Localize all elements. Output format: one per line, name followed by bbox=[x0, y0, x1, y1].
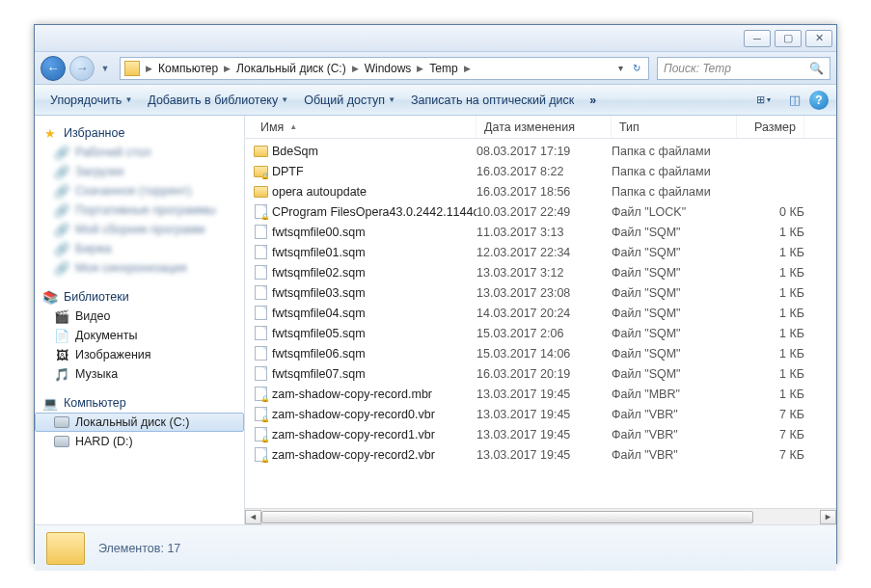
drive-icon bbox=[54, 414, 69, 430]
file-name: fwtsqmfile00.sqm bbox=[272, 226, 366, 239]
favorites-header[interactable]: ★Избранное bbox=[35, 123, 244, 143]
column-headers: Имя Дата изменения Тип Размер bbox=[245, 116, 836, 139]
file-name: zam-shadow-copy-record.mbr bbox=[272, 388, 432, 401]
horizontal-scrollbar[interactable]: ◄ ► bbox=[245, 508, 836, 524]
help-button[interactable]: ? bbox=[809, 91, 829, 110]
address-bar[interactable]: ▶ Компьютер ▶ Локальный диск (C:) ▶ Wind… bbox=[120, 57, 649, 80]
scroll-track[interactable] bbox=[261, 510, 820, 524]
file-row[interactable]: fwtsqmfile03.sqm13.03.2017 23:08Файл "SQ… bbox=[245, 282, 836, 303]
file-row[interactable]: DPTF16.03.2017 8:22Папка с файлами bbox=[245, 161, 836, 181]
file-row[interactable]: zam-shadow-copy-record2.vbr13.03.2017 19… bbox=[245, 444, 836, 465]
col-type[interactable]: Тип bbox=[612, 116, 737, 138]
burn-button[interactable]: Записать на оптический диск bbox=[403, 85, 582, 115]
file-name: CProgram FilesOpera43.0.2442.1144opera..… bbox=[272, 205, 476, 219]
search-input[interactable]: Поиск: Temp 🔍 bbox=[657, 57, 830, 80]
close-button[interactable]: ✕ bbox=[805, 30, 832, 47]
col-size[interactable]: Размер bbox=[737, 116, 804, 138]
sidebar-favorite-item[interactable]: 🔗Биржа bbox=[35, 239, 244, 258]
file-size: 0 КБ bbox=[737, 205, 804, 219]
organize-button[interactable]: Упорядочить▼ bbox=[42, 85, 140, 115]
library-icon: 📚 bbox=[42, 289, 58, 305]
computer-header[interactable]: 💻Компьютер bbox=[35, 393, 244, 413]
file-name: BdeSqm bbox=[272, 145, 318, 158]
view-options-button[interactable]: ⊞ ▾ bbox=[746, 90, 780, 111]
file-date: 15.03.2017 2:06 bbox=[476, 327, 612, 340]
sidebar-favorite-item[interactable]: 🔗Портативные программы bbox=[35, 200, 244, 220]
back-button[interactable]: ← bbox=[41, 56, 66, 81]
file-size: 1 КБ bbox=[737, 266, 804, 280]
chevron-right-icon[interactable]: ▶ bbox=[222, 64, 232, 73]
chevron-right-icon[interactable]: ▶ bbox=[415, 64, 425, 73]
crumb-windows[interactable]: Windows bbox=[361, 58, 416, 79]
file-row[interactable]: fwtsqmfile07.sqm16.03.2017 20:19Файл "SQ… bbox=[245, 363, 836, 384]
refresh-button[interactable]: ↻ bbox=[629, 61, 644, 75]
file-name: fwtsqmfile01.sqm bbox=[272, 246, 366, 259]
nav-bar: ← → ▼ ▶ Компьютер ▶ Локальный диск (C:) … bbox=[35, 52, 836, 85]
minimize-button[interactable]: ─ bbox=[744, 30, 771, 47]
scroll-right-button[interactable]: ► bbox=[820, 510, 836, 524]
sidebar-favorite-item[interactable]: 🔗Моя синхронизация bbox=[35, 258, 244, 278]
file-type: Папка с файлами bbox=[612, 165, 737, 178]
sidebar-library-item[interactable]: 🖼Изображения bbox=[35, 345, 244, 364]
file-row[interactable]: fwtsqmfile01.sqm12.03.2017 22:34Файл "SQ… bbox=[245, 242, 836, 262]
file-size: 7 КБ bbox=[737, 428, 804, 441]
file-date: 13.03.2017 19:45 bbox=[476, 408, 612, 421]
file-row[interactable]: zam-shadow-copy-record.mbr13.03.2017 19:… bbox=[245, 384, 836, 404]
titlebar: ─ ▢ ✕ bbox=[35, 25, 836, 52]
library-item-icon: 🖼 bbox=[54, 347, 69, 362]
file-type: Файл "SQM" bbox=[612, 307, 737, 320]
file-row[interactable]: fwtsqmfile06.sqm15.03.2017 14:06Файл "SQ… bbox=[245, 343, 836, 363]
share-button[interactable]: Общий доступ▼ bbox=[296, 85, 403, 115]
crumb-temp[interactable]: Temp bbox=[425, 58, 461, 79]
address-dropdown[interactable]: ▾ bbox=[614, 61, 627, 75]
col-name[interactable]: Имя bbox=[253, 116, 476, 138]
content-body: ★Избранное 🔗Рабочий стол🔗Загрузки🔗Скачан… bbox=[35, 116, 836, 524]
scroll-left-button[interactable]: ◄ bbox=[245, 510, 261, 524]
forward-button[interactable]: → bbox=[69, 56, 95, 81]
sidebar-favorite-item[interactable]: 🔗Рабочий стол bbox=[35, 143, 244, 162]
crumb-computer[interactable]: Компьютер bbox=[154, 58, 222, 79]
file-type: Файл "SQM" bbox=[612, 286, 737, 300]
preview-pane-button[interactable]: ◫ bbox=[784, 90, 805, 111]
scroll-thumb[interactable] bbox=[261, 511, 753, 523]
item-count: Элементов: 17 bbox=[98, 542, 180, 555]
toolbar: Упорядочить▼ Добавить в библиотеку▼ Общи… bbox=[35, 85, 836, 116]
sidebar-favorite-item[interactable]: 🔗Скачанное (торрент) bbox=[35, 181, 244, 200]
sidebar-favorite-item[interactable]: 🔗Загрузки bbox=[35, 162, 244, 181]
file-icon bbox=[253, 285, 268, 301]
file-size: 1 КБ bbox=[737, 327, 804, 340]
file-icon bbox=[253, 306, 268, 321]
file-type: Файл "LOCK" bbox=[612, 205, 737, 219]
maximize-button[interactable]: ▢ bbox=[775, 30, 802, 47]
crumb-drive-c[interactable]: Локальный диск (C:) bbox=[232, 58, 350, 79]
file-type: Папка с файлами bbox=[612, 145, 737, 158]
col-date[interactable]: Дата изменения bbox=[476, 116, 612, 138]
history-dropdown[interactable]: ▼ bbox=[98, 59, 112, 78]
sidebar-favorite-item[interactable]: 🔗Мой сборник программ bbox=[35, 220, 244, 239]
file-date: 10.03.2017 22:49 bbox=[476, 205, 612, 219]
file-row[interactable]: BdeSqm08.03.2017 17:19Папка с файлами bbox=[245, 141, 836, 161]
add-to-library-button[interactable]: Добавить в библиотеку▼ bbox=[140, 85, 296, 115]
file-row[interactable]: zam-shadow-copy-record1.vbr13.03.2017 19… bbox=[245, 424, 836, 444]
folder-icon bbox=[253, 144, 268, 159]
file-row[interactable]: opera autoupdate16.03.2017 18:56Папка с … bbox=[245, 181, 836, 201]
sidebar-library-item[interactable]: 📄Документы bbox=[35, 326, 244, 345]
chevron-right-icon[interactable]: ▶ bbox=[350, 64, 361, 73]
sidebar-library-item[interactable]: 🎬Видео bbox=[35, 307, 244, 326]
file-row[interactable]: fwtsqmfile05.sqm15.03.2017 2:06Файл "SQM… bbox=[245, 323, 836, 343]
libraries-header[interactable]: 📚Библиотеки bbox=[35, 287, 244, 307]
file-row[interactable]: zam-shadow-copy-record0.vbr13.03.2017 19… bbox=[245, 404, 836, 424]
sidebar-drive-item[interactable]: HARD (D:) bbox=[35, 432, 244, 451]
file-row[interactable]: fwtsqmfile04.sqm14.03.2017 20:24Файл "SQ… bbox=[245, 303, 836, 323]
file-row[interactable]: fwtsqmfile00.sqm11.03.2017 3:13Файл "SQM… bbox=[245, 222, 836, 242]
file-type: Файл "SQM" bbox=[612, 367, 737, 381]
toolbar-overflow[interactable]: » bbox=[582, 85, 604, 115]
sidebar-library-item[interactable]: 🎵Музыка bbox=[35, 364, 244, 384]
file-size: 1 КБ bbox=[737, 246, 804, 259]
sidebar-drive-item[interactable]: Локальный диск (C:) bbox=[35, 413, 244, 432]
file-type: Файл "SQM" bbox=[612, 246, 737, 259]
file-row[interactable]: CProgram FilesOpera43.0.2442.1144opera..… bbox=[245, 201, 836, 222]
chevron-right-icon[interactable]: ▶ bbox=[462, 64, 473, 73]
chevron-right-icon[interactable]: ▶ bbox=[144, 64, 154, 73]
file-row[interactable]: fwtsqmfile02.sqm13.03.2017 3:12Файл "SQM… bbox=[245, 262, 836, 282]
